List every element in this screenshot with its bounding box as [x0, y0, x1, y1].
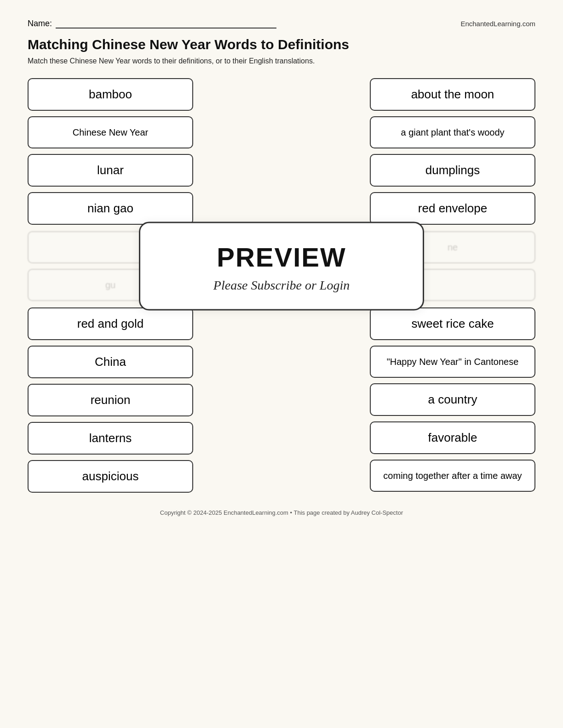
preview-box: PREVIEW Please Subscribe or Login [139, 222, 424, 311]
word-box-nian-gao[interactable]: nian gao [28, 192, 193, 225]
name-line: Name: [28, 18, 276, 28]
page-title: Matching Chinese New Year Words to Defin… [28, 37, 535, 52]
def-box-sweet-rice-cake[interactable]: sweet rice cake [370, 307, 535, 340]
word-box-red-and-gold[interactable]: red and gold [28, 307, 193, 340]
def-box-coming-together[interactable]: coming together after a time away [370, 460, 535, 492]
word-box-lunar[interactable]: lunar [28, 154, 193, 187]
def-box-dumplings[interactable]: dumplings [370, 154, 535, 187]
lower-right-column: sweet rice cake "Happy New Year" in Cant… [370, 307, 535, 493]
word-box-china[interactable]: China [28, 346, 193, 378]
word-box-chinese-new-year[interactable]: Chinese New Year [28, 116, 193, 148]
subtitle: Match these Chinese New Year words to th… [28, 57, 535, 65]
word-box-bamboo[interactable]: bamboo [28, 78, 193, 111]
word-box-auspicious[interactable]: auspicious [28, 460, 193, 493]
lower-section: red and gold China reunion lanterns ausp… [28, 307, 535, 493]
def-box-a-country[interactable]: a country [370, 383, 535, 416]
top-bar: Name: EnchantedLearning.com [28, 18, 535, 28]
word-box-lanterns[interactable]: lanterns [28, 422, 193, 455]
name-underline [56, 18, 276, 28]
def-box-giant-plant[interactable]: a giant plant that's woody [370, 116, 535, 148]
left-words-column: bamboo Chinese New Year lunar nian gao [28, 78, 193, 225]
def-box-favorable[interactable]: favorable [370, 421, 535, 454]
def-box-about-moon[interactable]: about the moon [370, 78, 535, 111]
right-defs-column: about the moon a giant plant that's wood… [370, 78, 535, 225]
word-box-reunion[interactable]: reunion [28, 384, 193, 416]
site-url: EnchantedLearning.com [460, 20, 535, 28]
upper-columns: bamboo Chinese New Year lunar nian gao a… [28, 78, 535, 225]
name-label: Name: [28, 19, 52, 28]
footer: Copyright © 2024-2025 EnchantedLearning.… [28, 509, 535, 516]
def-box-happy-new-year[interactable]: "Happy New Year" in Cantonese [370, 346, 535, 378]
preview-title: PREVIEW [168, 242, 395, 273]
preview-subtitle: Please Subscribe or Login [168, 278, 395, 293]
def-box-red-envelope[interactable]: red envelope [370, 192, 535, 225]
lower-left-column: red and gold China reunion lanterns ausp… [28, 307, 193, 493]
preview-overlay-container: gu ne PREVIEW Please Subscribe or Login [28, 231, 535, 301]
